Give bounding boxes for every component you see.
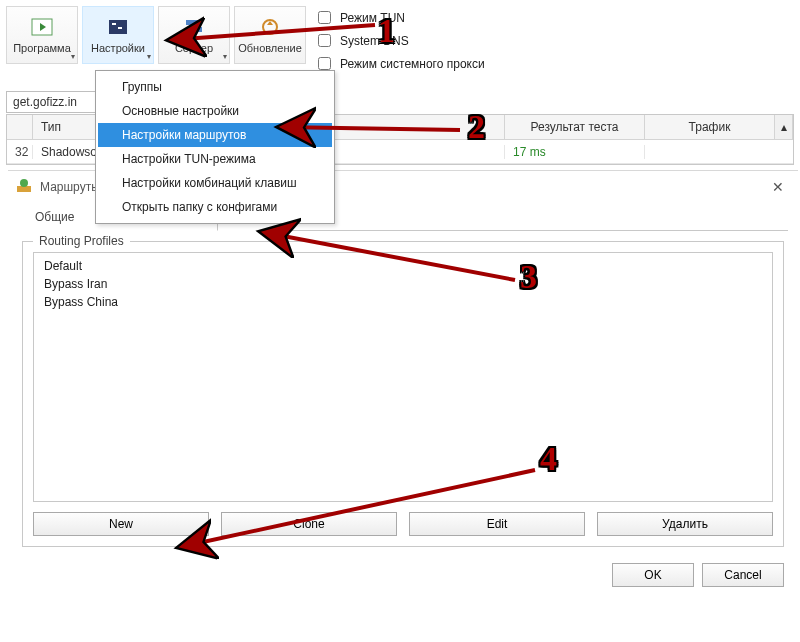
cell-test: 17 ms bbox=[505, 145, 645, 159]
profiles-listbox[interactable]: Default Bypass Iran Bypass China bbox=[33, 252, 773, 502]
address-text: get.gofizz.in bbox=[13, 95, 77, 109]
annotation-1: 1 bbox=[378, 12, 395, 50]
menu-groups[interactable]: Группы bbox=[98, 75, 332, 99]
main-toolbar: Программа ▾ Настройки ▾ Сервер ▾ Обновле… bbox=[0, 0, 800, 73]
profile-buttons: New Clone Edit Удалить bbox=[33, 512, 773, 536]
server-button[interactable]: Сервер ▾ bbox=[158, 6, 230, 64]
ok-button[interactable]: OK bbox=[612, 563, 694, 587]
update-button[interactable]: Обновление bbox=[234, 6, 306, 64]
system-dns-checkbox[interactable]: System DNS bbox=[314, 31, 485, 50]
edit-button[interactable]: Edit bbox=[409, 512, 585, 536]
delete-button[interactable]: Удалить bbox=[597, 512, 773, 536]
profile-default[interactable]: Default bbox=[34, 257, 772, 275]
tun-label: Режим TUN bbox=[340, 11, 405, 25]
cell-num: 32 bbox=[7, 145, 33, 159]
annotation-3: 3 bbox=[520, 258, 537, 296]
menu-open-config-folder[interactable]: Открыть папку с конфигами bbox=[98, 195, 332, 219]
col-traffic[interactable]: Трафик bbox=[645, 115, 775, 139]
svg-rect-4 bbox=[118, 27, 122, 29]
program-icon bbox=[29, 16, 55, 38]
menu-route-settings[interactable]: Настройки маршрутов bbox=[98, 123, 332, 147]
chevron-down-icon: ▾ bbox=[147, 52, 151, 61]
dialog-buttons: OK Cancel bbox=[8, 555, 798, 597]
scroll-up-icon[interactable]: ▴ bbox=[775, 115, 793, 139]
sysdns-checkbox-input[interactable] bbox=[318, 34, 331, 47]
menu-hotkey-settings[interactable]: Настройки комбинаций клавиш bbox=[98, 171, 332, 195]
routes-title: Маршруты bbox=[40, 180, 100, 194]
svg-rect-6 bbox=[186, 27, 202, 32]
program-button[interactable]: Программа ▾ bbox=[6, 6, 78, 64]
sysproxy-label: Режим системного прокси bbox=[340, 57, 485, 71]
routes-window: Маршруты ✕ Общие Hijack DNS Route Routin… bbox=[8, 170, 798, 640]
sysdns-label: System DNS bbox=[340, 34, 409, 48]
routes-icon bbox=[16, 177, 32, 196]
new-button[interactable]: New bbox=[33, 512, 209, 536]
tab-general[interactable]: Общие bbox=[18, 203, 91, 231]
program-label: Программа bbox=[13, 42, 71, 54]
svg-rect-3 bbox=[112, 23, 116, 25]
col-test[interactable]: Результат теста bbox=[505, 115, 645, 139]
settings-dropdown: Группы Основные настройки Настройки марш… bbox=[95, 70, 335, 224]
annotation-4: 4 bbox=[540, 440, 557, 478]
svg-marker-8 bbox=[267, 21, 273, 25]
settings-button[interactable]: Настройки ▾ bbox=[82, 6, 154, 64]
clone-button[interactable]: Clone bbox=[221, 512, 397, 536]
server-label: Сервер bbox=[175, 42, 213, 54]
chevron-down-icon: ▾ bbox=[71, 52, 75, 61]
sysproxy-checkbox-input[interactable] bbox=[318, 57, 331, 70]
cancel-button[interactable]: Cancel bbox=[702, 563, 784, 587]
update-label: Обновление bbox=[238, 42, 302, 54]
routing-profiles-group: Routing Profiles Default Bypass Iran Byp… bbox=[22, 241, 784, 547]
update-icon bbox=[257, 16, 283, 38]
annotation-2: 2 bbox=[468, 108, 485, 146]
menu-tun-settings[interactable]: Настройки TUN-режима bbox=[98, 147, 332, 171]
svg-point-10 bbox=[20, 179, 28, 187]
mode-checkboxes: Режим TUN System DNS Режим системного пр… bbox=[314, 6, 485, 73]
tun-checkbox-input[interactable] bbox=[318, 11, 331, 24]
settings-icon bbox=[105, 16, 131, 38]
profile-bypass-iran[interactable]: Bypass Iran bbox=[34, 275, 772, 293]
settings-label: Настройки bbox=[91, 42, 145, 54]
svg-rect-5 bbox=[186, 20, 202, 25]
profile-bypass-china[interactable]: Bypass China bbox=[34, 293, 772, 311]
close-icon[interactable]: ✕ bbox=[766, 179, 790, 195]
group-legend: Routing Profiles bbox=[33, 234, 130, 248]
tun-mode-checkbox[interactable]: Режим TUN bbox=[314, 8, 485, 27]
system-proxy-checkbox[interactable]: Режим системного прокси bbox=[314, 54, 485, 73]
col-num[interactable] bbox=[7, 115, 33, 139]
chevron-down-icon: ▾ bbox=[223, 52, 227, 61]
menu-main-settings[interactable]: Основные настройки bbox=[98, 99, 332, 123]
server-icon bbox=[181, 16, 207, 38]
